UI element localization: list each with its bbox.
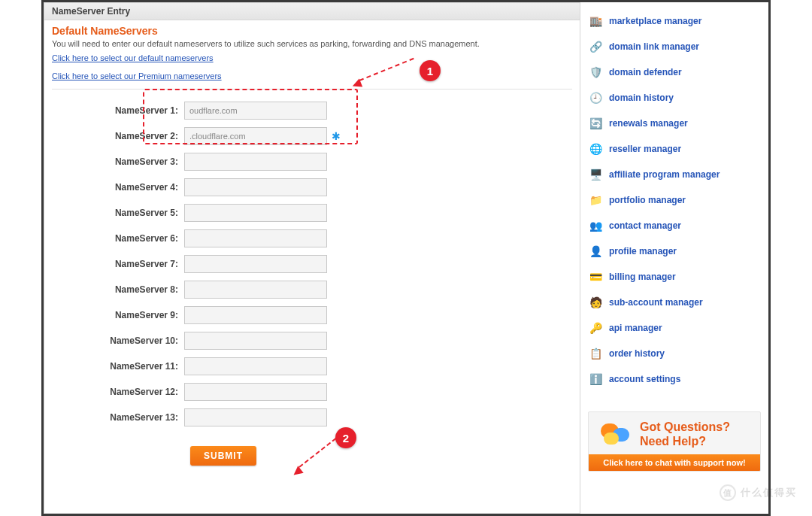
- ns-label: NameServer 2:: [109, 131, 184, 141]
- ns-input-13[interactable]: [184, 408, 327, 426]
- nameserver-form: NameServer 1: NameServer 2:✱ NameServer …: [52, 102, 572, 466]
- ns-label: NameServer 4:: [109, 182, 184, 193]
- ns-label: NameServer 10:: [109, 335, 184, 346]
- section-description: You will need to enter our default names…: [52, 38, 572, 50]
- sidebar-item-api[interactable]: 🔑api manager: [588, 315, 761, 341]
- sidebar-item-portfolio[interactable]: 📁portfolio manager: [588, 187, 761, 213]
- sidebar-item-profile[interactable]: 👤profile manager: [588, 238, 761, 264]
- sidebar-menu: 🏬marketplace manager 🔗domain link manage…: [588, 8, 761, 392]
- sidebar-label: marketplace manager: [609, 16, 701, 26]
- submit-button[interactable]: SUBMIT: [190, 446, 256, 466]
- ns-input-3[interactable]: [184, 153, 327, 171]
- ns-input-8[interactable]: [184, 281, 327, 299]
- ns-input-6[interactable]: [184, 229, 327, 247]
- ns-label: NameServer 12:: [109, 387, 184, 397]
- list-icon: 📋: [589, 348, 601, 360]
- info-icon: ℹ️: [589, 373, 601, 385]
- sidebar-label: billing manager: [609, 272, 676, 282]
- ns-input-11[interactable]: [184, 357, 327, 375]
- sidebar-label: sub-account manager: [609, 297, 703, 308]
- sidebar-label: affiliate program manager: [609, 169, 720, 180]
- ns-input-1[interactable]: [184, 102, 327, 120]
- ns-label: NameServer 1:: [109, 105, 184, 116]
- ns-input-12[interactable]: [184, 383, 327, 401]
- user-icon: 🧑: [589, 296, 601, 308]
- sidebar-label: renewals manager: [609, 118, 688, 129]
- sidebar-item-domain-link[interactable]: 🔗domain link manager: [588, 34, 761, 59]
- sidebar-label: api manager: [609, 323, 662, 333]
- ns-label: NameServer 7:: [109, 259, 184, 269]
- panel-title: NameServer Entry: [44, 3, 580, 20]
- chat-bubbles-icon: [598, 420, 632, 448]
- ns-input-9[interactable]: [184, 306, 327, 324]
- sidebar-item-domain-history[interactable]: 🕘domain history: [588, 85, 761, 111]
- sidebar-label: domain history: [609, 93, 674, 103]
- sidebar-label: contact manager: [609, 220, 681, 231]
- link-icon: 🔗: [589, 41, 601, 53]
- ns-input-10[interactable]: [184, 332, 327, 350]
- sidebar-item-contact[interactable]: 👥contact manager: [588, 213, 761, 238]
- sidebar-label: profile manager: [609, 246, 677, 256]
- ns-input-5[interactable]: [184, 204, 327, 222]
- sidebar-item-sub-account[interactable]: 🧑sub-account manager: [588, 290, 761, 315]
- help-bar: Click here to chat with support now!: [589, 454, 760, 471]
- refresh-icon: 🔄: [589, 117, 601, 129]
- link-premium-ns[interactable]: Click here to select our Premium nameser…: [52, 71, 222, 80]
- ns-label: NameServer 9:: [109, 310, 184, 320]
- sidebar-label: domain defender: [609, 67, 682, 77]
- ns-label: NameServer 6:: [109, 233, 184, 244]
- people-icon: 👥: [589, 220, 601, 232]
- link-default-ns[interactable]: Click here to select our default nameser…: [52, 53, 214, 62]
- marketplace-icon: 🏬: [589, 15, 601, 27]
- watermark: 值 什么值得买: [720, 484, 797, 501]
- required-star-icon: ✱: [332, 130, 341, 142]
- ns-input-2[interactable]: [184, 127, 327, 145]
- sidebar-label: reseller manager: [609, 144, 681, 154]
- card-icon: 💳: [589, 271, 601, 283]
- ns-input-4[interactable]: [184, 178, 327, 196]
- help-chat-box[interactable]: Got Questions? Need Help? Click here to …: [588, 411, 761, 472]
- sidebar-item-reseller[interactable]: 🌐reseller manager: [588, 136, 761, 162]
- nameserver-panel: NameServer Entry Default NameServers You…: [44, 2, 580, 514]
- sidebar-item-marketplace[interactable]: 🏬marketplace manager: [588, 8, 761, 34]
- sidebar-item-order-history[interactable]: 📋order history: [588, 341, 761, 366]
- person-icon: 👤: [589, 245, 601, 257]
- help-text: Got Questions? Need Help?: [640, 420, 730, 448]
- sidebar-item-renewals[interactable]: 🔄renewals manager: [588, 111, 761, 136]
- sidebar-label: order history: [609, 348, 665, 359]
- watermark-badge-icon: 值: [720, 484, 736, 501]
- ns-input-7[interactable]: [184, 255, 327, 273]
- sidebar-item-account-settings[interactable]: ℹ️account settings: [588, 366, 761, 392]
- sidebar-label: portfolio manager: [609, 195, 686, 205]
- ns-label: NameServer 11:: [109, 361, 184, 372]
- shield-icon: 🛡️: [589, 66, 601, 78]
- globe-icon: 🌐: [589, 143, 601, 155]
- key-icon: 🔑: [589, 322, 601, 334]
- sidebar-item-billing[interactable]: 💳billing manager: [588, 264, 761, 290]
- sidebar-label: account settings: [609, 374, 680, 384]
- divider: [52, 89, 572, 90]
- sidebar-label: domain link manager: [609, 41, 699, 52]
- ns-label: NameServer 8:: [109, 284, 184, 295]
- folder-icon: 📁: [589, 194, 601, 206]
- ns-label: NameServer 13:: [109, 412, 184, 423]
- ns-label: NameServer 3:: [109, 156, 184, 167]
- sidebar-item-domain-defender[interactable]: 🛡️domain defender: [588, 59, 761, 85]
- monitor-icon: 🖥️: [589, 168, 601, 181]
- clock-icon: 🕘: [589, 92, 601, 104]
- section-title: Default NameServers: [52, 25, 572, 37]
- sidebar-item-affiliate[interactable]: 🖥️affiliate program manager: [588, 162, 761, 187]
- ns-label: NameServer 5:: [109, 208, 184, 218]
